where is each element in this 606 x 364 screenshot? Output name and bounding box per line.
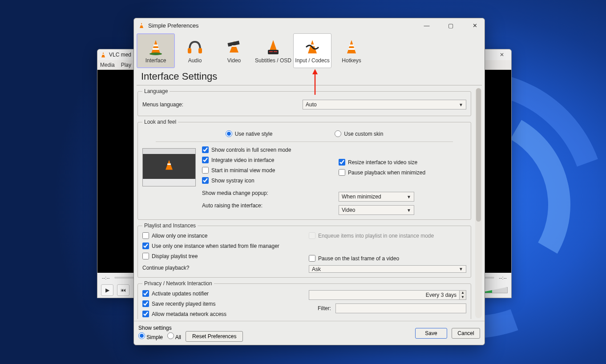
svg-rect-15 (269, 51, 273, 52)
look-legend: Look and feel (142, 119, 178, 125)
chk-show-controls[interactable]: Show controls in full screen mode (202, 146, 330, 153)
page-title: Interface Settings (137, 68, 482, 85)
raising-label: Auto raising the interface: (202, 202, 291, 209)
prefs-title: Simple Preferences (148, 22, 198, 29)
prefs-scroll-area: Language Menus language: Auto▼ Look and … (137, 85, 472, 319)
language-legend: Language (142, 88, 170, 94)
svg-rect-20 (349, 44, 354, 46)
headphones-icon (186, 38, 204, 57)
cancel-button[interactable]: Cancel (452, 328, 480, 339)
prefs-tabs: Interface Audio Video Subtitles / OSD In… (134, 32, 485, 68)
prefs-footer: Show settings Simple All Reset Preferenc… (134, 321, 485, 345)
save-button[interactable]: Save (415, 328, 447, 339)
clapper-icon (225, 38, 243, 57)
chevron-down-icon: ▼ (459, 267, 463, 271)
tab-video-label: Video (227, 57, 241, 64)
minimize-icon[interactable]: — (421, 22, 432, 29)
scrollbar[interactable] (475, 88, 482, 318)
reset-preferences-button[interactable]: Reset Preferences (186, 331, 243, 342)
tab-subtitles[interactable]: Subtitles / OSD (254, 33, 292, 68)
popup-select[interactable]: When minimized▼ (339, 192, 414, 202)
chk-one-instance[interactable]: Allow only one instance (142, 232, 300, 239)
filter-input[interactable] (335, 303, 466, 313)
chevron-down-icon: ▼ (407, 194, 411, 199)
chk-playlist-tree[interactable]: Display playlist tree (142, 253, 300, 259)
svg-rect-9 (198, 48, 202, 53)
group-look-and-feel: Look and feel Use native style Use custo… (137, 119, 471, 220)
radio-all[interactable]: All (167, 332, 181, 340)
radio-custom-skin[interactable]: Use custom skin (335, 130, 383, 137)
subtitle-icon (264, 38, 283, 57)
continue-label: Continue playback? (142, 265, 189, 271)
continue-select[interactable]: Ask▼ (309, 265, 466, 273)
radio-native-style[interactable]: Use native style (226, 130, 273, 137)
vlc-cone-icon (100, 52, 106, 58)
tab-input-label: Input / Codecs (295, 57, 329, 64)
tab-audio[interactable]: Audio (176, 33, 214, 68)
tab-subtitles-label: Subtitles / OSD (255, 57, 291, 64)
playlist-legend: Playlist and Instances (142, 222, 198, 229)
cone-icon (342, 38, 361, 57)
chevron-down-icon: ▼ (407, 208, 411, 213)
preferences-window: Simple Preferences — ▢ ✕ Interface Audio… (133, 18, 485, 345)
vlc-cone-icon (138, 22, 145, 28)
spin-down-icon[interactable]: ▼ (460, 295, 466, 299)
chk-metadata[interactable]: Allow metadata network access (142, 311, 300, 317)
svg-rect-12 (232, 45, 236, 47)
popup-label: Show media change popup: (202, 190, 291, 196)
tab-video[interactable]: Video (215, 33, 253, 68)
chk-resize[interactable]: Resize interface to video size (339, 159, 466, 166)
group-playlist: Playlist and Instances Allow only one in… (137, 222, 471, 278)
group-privacy: Privacy / Network Interaction Activate u… (137, 280, 471, 319)
svg-point-7 (149, 53, 162, 55)
prefs-titlebar[interactable]: Simple Preferences — ▢ ✕ (134, 18, 485, 32)
show-settings-label: Show settings (138, 325, 243, 331)
privacy-legend: Privacy / Network Interaction (142, 280, 214, 287)
svg-rect-23 (167, 163, 171, 165)
filter-label: Filter: (309, 305, 331, 311)
group-language: Language Menus language: Auto▼ (137, 88, 471, 116)
svg-rect-16 (274, 51, 277, 52)
menus-language-select[interactable]: Auto▼ (303, 100, 466, 109)
close-icon[interactable]: ✕ (469, 22, 480, 29)
play-button[interactable]: ▶ (101, 284, 113, 296)
chevron-down-icon: ▼ (459, 102, 463, 107)
chk-updates[interactable]: Activate updates notifier (142, 290, 300, 297)
menu-media[interactable]: Media (100, 62, 115, 68)
tab-interface[interactable]: Interface (137, 33, 175, 68)
tab-hotkeys[interactable]: Hotkeys (332, 33, 371, 68)
svg-rect-5 (154, 44, 158, 46)
cone-icon (146, 38, 165, 57)
chk-systray[interactable]: Show systray icon (202, 177, 330, 184)
tab-interface-label: Interface (145, 57, 166, 64)
tab-audio-label: Audio (188, 57, 202, 64)
chk-recent[interactable]: Save recently played items (142, 300, 300, 307)
svg-rect-1 (102, 54, 104, 55)
tab-input-codecs[interactable]: Input / Codecs (293, 33, 331, 68)
radio-simple[interactable]: Simple (138, 332, 163, 340)
cable-cone-icon (303, 38, 322, 57)
chk-integrate-video[interactable]: Integrate video in interface (202, 157, 330, 163)
updates-interval-value: Every 3 days (309, 290, 460, 300)
vlc-close-icon[interactable]: ✕ (495, 52, 509, 58)
spin-up-icon[interactable]: ▲ (460, 291, 466, 295)
updates-interval-spin[interactable]: Every 3 days ▲▼ (309, 290, 466, 300)
time-elapsed: --:-- (102, 275, 110, 280)
menus-language-label: Menus language: (142, 101, 303, 108)
chk-pause-last-frame[interactable]: Pause on the last frame of a video (309, 255, 466, 262)
chk-minimal-view[interactable]: Start in minimal view mode (202, 167, 330, 174)
chk-pause-minimized[interactable]: Pause playback when minimized (339, 169, 466, 176)
chk-one-from-fm[interactable]: Use only one instance when started from … (142, 243, 300, 249)
menu-playback[interactable]: Play (121, 62, 131, 68)
svg-rect-3 (141, 24, 142, 25)
scrollbar-thumb[interactable] (476, 88, 481, 222)
tab-hotkeys-label: Hotkeys (342, 57, 361, 64)
svg-rect-21 (348, 48, 355, 50)
vlc-title-text: VLC med (109, 52, 131, 58)
raising-select[interactable]: Video▼ (339, 205, 414, 215)
maximize-icon[interactable]: ▢ (445, 22, 456, 29)
interface-preview (142, 148, 196, 186)
svg-rect-8 (188, 48, 191, 53)
svg-rect-6 (153, 48, 159, 50)
prev-button[interactable]: ⏮ (117, 284, 129, 296)
